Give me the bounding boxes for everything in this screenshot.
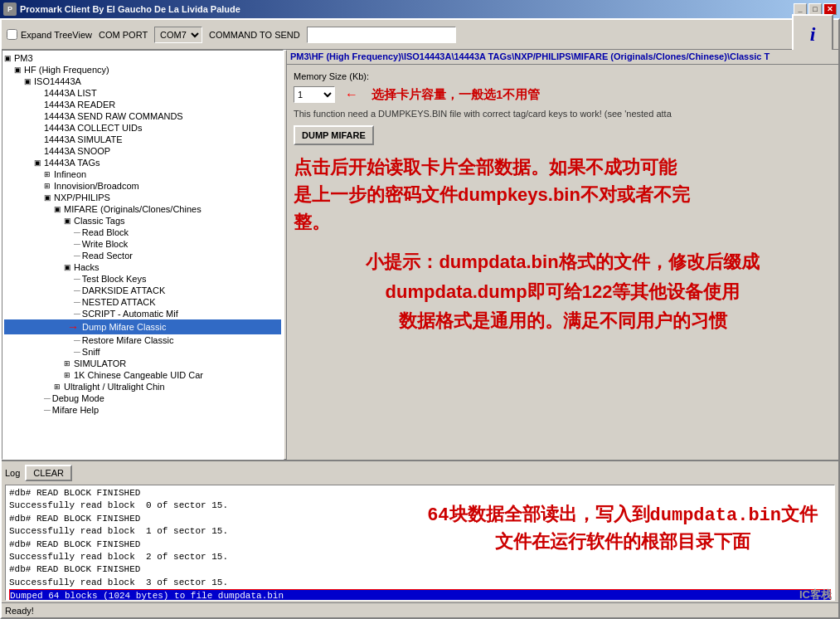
tree-item-script[interactable]: ─ SCRIPT - Automatic Mif xyxy=(4,308,281,319)
memory-size-label: Memory Size (Kb): xyxy=(294,71,369,81)
tree-label-debugmode: Debug Mode xyxy=(52,393,104,403)
tree-arrow-iso14443a[interactable]: ▣ xyxy=(24,77,34,85)
tree-label-infineon: Infineon xyxy=(54,169,86,179)
tree-label-restore: Restore Mifare Classic xyxy=(82,335,174,345)
tree-item-darkside[interactable]: ─ DARKSIDE ATTACK xyxy=(4,285,281,296)
right-panel: PM3\HF (High Frequency)\ISO14443A\14443A… xyxy=(287,50,838,460)
log-toolbar: Log CLEAR xyxy=(2,461,838,485)
tree-item-simulate[interactable]: - 14443A SIMULATE xyxy=(4,134,281,145)
tree-item-pm3[interactable]: ▣ PM3 xyxy=(4,52,281,64)
tree-container: ▣ PM3 ▣ HF (High Frequency) ▣ ISO14443A xyxy=(2,51,283,417)
breadcrumb: PM3\HF (High Frequency)\ISO14443A\14443A… xyxy=(287,50,838,65)
tree-label-tags: 14443A TAGs xyxy=(44,158,100,168)
tree-item-readblock[interactable]: ─ Read Block xyxy=(4,227,281,238)
expand-treeview-checkbox-label[interactable]: Expand TreeView xyxy=(7,29,92,40)
memory-annotation: 选择卡片容量，一般选1不用管 xyxy=(371,87,540,103)
tree-item-reader[interactable]: - 14443A READER xyxy=(4,99,281,110)
tree-item-sniff[interactable]: ─ Sniff xyxy=(4,346,281,358)
tree-item-testblock[interactable]: ─ Test Block Keys xyxy=(4,273,281,285)
log-line-7: #db# READ BLOCK FINISHED xyxy=(9,563,831,576)
tree-arrow-infineon[interactable]: ⊞ xyxy=(44,170,54,178)
tree-item-uids[interactable]: - 14443A COLLECT UIDs xyxy=(4,122,281,134)
tree-arrow-chinese1k[interactable]: ⊞ xyxy=(64,371,74,379)
tree-label-testblock: Test Block Keys xyxy=(82,274,147,284)
command-label: COMMAND TO SEND xyxy=(209,30,300,40)
right-content: Memory Size (Kb): 1 2 4 ← 选择卡片容量，一般选1不用管… xyxy=(287,65,838,460)
tree-label-chinese1k: 1K Chinese Cangeable UID Car xyxy=(74,370,203,380)
command-input[interactable] xyxy=(307,27,456,43)
tree-item-snoop[interactable]: - 14443A SNOOP xyxy=(4,145,281,157)
content-area: ▣ PM3 ▣ HF (High Frequency) ▣ ISO14443A xyxy=(2,50,838,460)
log-area[interactable]: #db# READ BLOCK FINISHED Successfully re… xyxy=(5,485,835,601)
tree-item-chinese1k[interactable]: ⊞ 1K Chinese Cangeable UID Car xyxy=(4,369,281,381)
tree-item-restore[interactable]: ─ Restore Mifare Classic xyxy=(4,334,281,346)
log-line-3: #db# READ BLOCK FINISHED xyxy=(9,513,831,525)
tree-item-list[interactable]: - 14443A LIST xyxy=(4,87,281,99)
tree-item-readsector[interactable]: ─ Read Sector xyxy=(4,250,281,261)
tree-item-mifare[interactable]: ▣ MIFARE (Originals/Clones/Chines xyxy=(4,203,281,215)
tree-arrow-pm3[interactable]: ▣ xyxy=(4,54,14,62)
tree-item-tags[interactable]: ▣ 14443A TAGs xyxy=(4,157,281,168)
tree-label-innov: Innovision/Broadcom xyxy=(54,181,139,191)
tree-arrow-snoop: - xyxy=(34,147,44,155)
clear-button[interactable]: CLEAR xyxy=(25,465,72,481)
memory-size-row: Memory Size (Kb): xyxy=(294,71,832,81)
log-line-5: #db# READ BLOCK FINISHED xyxy=(9,539,831,551)
tree-item-raw[interactable]: - 14443A SEND RAW COMMANDS xyxy=(4,110,281,122)
tree-item-classictags[interactable]: ▣ Classic Tags xyxy=(4,215,281,227)
tree-arrow-ultralight[interactable]: ⊞ xyxy=(54,383,64,391)
tree-arrow-tags[interactable]: ▣ xyxy=(34,158,44,167)
tree-item-dump[interactable]: → Dump Mifare Classic xyxy=(4,319,281,334)
dump-mifare-button[interactable]: DUMP MIFARE xyxy=(294,125,374,145)
tree-arrow-hf[interactable]: ▣ xyxy=(14,66,24,74)
tip-annotation: 小提示：dumpdata.bin格式的文件，修改后缀成 dumpdata.dum… xyxy=(294,247,832,335)
tree-arrow-nxp[interactable]: ▣ xyxy=(44,193,54,202)
tree-item-iso14443a[interactable]: ▣ ISO14443A xyxy=(4,76,281,87)
tree-arrow-reader: - xyxy=(34,100,44,109)
memory-size-select[interactable]: 1 2 4 xyxy=(294,86,335,103)
tree-item-hacks[interactable]: ▣ Hacks xyxy=(4,261,281,273)
tree-arrow-uids: - xyxy=(34,124,44,132)
tree-label-snoop: 14443A SNOOP xyxy=(44,146,110,156)
tree-label-iso14443a: ISO14443A xyxy=(34,76,81,86)
red-arrow-icon: ← xyxy=(345,87,358,102)
tree-item-debugmode[interactable]: ─ Debug Mode xyxy=(4,392,281,404)
tree-label-nxp: NXP/PHILIPS xyxy=(54,193,110,202)
tree-item-nxp[interactable]: ▣ NXP/PHILIPS xyxy=(4,192,281,203)
tree-item-infineon[interactable]: ⊞ Infineon xyxy=(4,168,281,180)
tree-arrow-classictags[interactable]: ▣ xyxy=(64,217,74,225)
tree-panel: ▣ PM3 ▣ HF (High Frequency) ▣ ISO14443A xyxy=(2,50,284,460)
expand-treeview-label: Expand TreeView xyxy=(21,30,92,40)
tree-arrow-mifare[interactable]: ▣ xyxy=(54,205,64,213)
tree-arrow-simulator[interactable]: ⊞ xyxy=(64,359,74,368)
tree-label-nested: NESTED ATTACK xyxy=(82,297,156,307)
status-bar: Ready! xyxy=(2,602,838,617)
tree-label-mifarhelp: Mifare Help xyxy=(52,405,99,415)
tree-label-raw: 14443A SEND RAW COMMANDS xyxy=(44,111,183,121)
tree-item-simulator[interactable]: ⊞ SIMULATOR xyxy=(4,358,281,369)
log-line-highlighted: Dumped 64 blocks (1024 bytes) to file du… xyxy=(9,589,831,601)
tree-item-writeblock[interactable]: ─ Write Block xyxy=(4,238,281,250)
info-icon: i xyxy=(810,23,816,46)
tree-arrow-innov[interactable]: ⊞ xyxy=(44,182,54,190)
dump-annotation: 点击后开始读取卡片全部数据。如果不成功可能 是上一步的密码文件dumpkeys.… xyxy=(294,154,832,236)
log-line-4: Successfully read block 1 of sector 15. xyxy=(9,525,831,538)
tree-label-hacks: Hacks xyxy=(74,262,100,272)
tree-item-mifarhelp[interactable]: ─ Mifare Help xyxy=(4,404,281,416)
tree-arrow-simulate: - xyxy=(34,135,44,144)
info-button[interactable]: i xyxy=(792,14,833,56)
info-text: This function need a DUMPKEYS.BIN file w… xyxy=(294,108,832,120)
tree-item-ultralight[interactable]: ⊞ Ultralight / Ultralight Chin xyxy=(4,381,281,392)
tree-label-writeblock: Write Block xyxy=(82,239,128,249)
expand-treeview-checkbox[interactable] xyxy=(7,29,17,40)
tree-label-list: 14443A LIST xyxy=(44,88,97,98)
tree-arrow-hacks[interactable]: ▣ xyxy=(64,263,74,271)
tree-item-innov[interactable]: ⊞ Innovision/Broadcom xyxy=(4,180,281,192)
tree-item-nested[interactable]: ─ NESTED ATTACK xyxy=(4,296,281,308)
log-label: Log xyxy=(5,468,20,478)
window-title: Proxmark Client By El Gaucho De La Livid… xyxy=(20,4,240,14)
status-text: Ready! xyxy=(5,606,34,616)
tree-item-hf[interactable]: ▣ HF (High Frequency) xyxy=(4,64,281,76)
tree-label-reader: 14443A READER xyxy=(44,100,115,110)
comport-select[interactable]: COM7 xyxy=(154,27,202,43)
